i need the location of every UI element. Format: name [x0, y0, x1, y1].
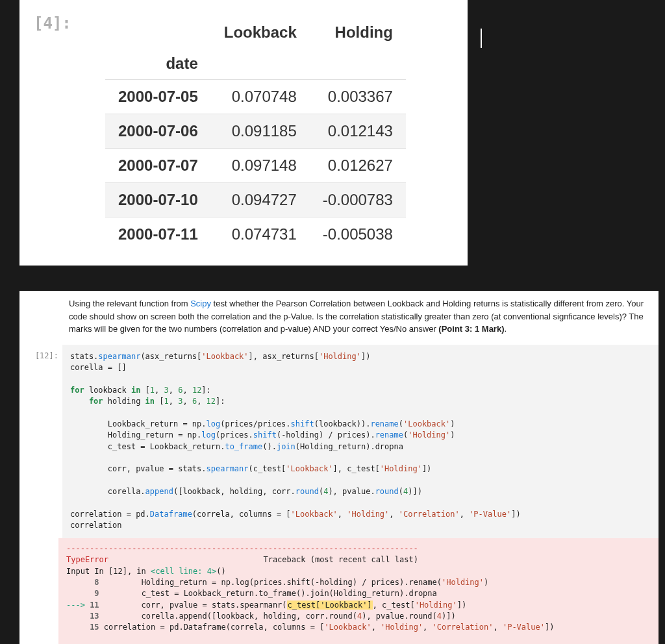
dataframe-table: Lookback Holding date 2000-07-05 0.07074…	[105, 17, 406, 251]
page-root: [4]: Lookback Holding date 2000-07-05 0.…	[0, 0, 665, 644]
cell-holding: 0.012627	[310, 149, 406, 183]
cell-lookback: 0.091185	[211, 114, 310, 149]
scipy-link[interactable]: Scipy	[190, 299, 211, 308]
cell-holding: 0.003367	[310, 80, 406, 114]
traceback-dashes: ----------------------------------------…	[66, 544, 418, 553]
markdown-cell: Using the relevant function from Scipy t…	[19, 291, 659, 345]
cell-holding: -0.005038	[310, 217, 406, 252]
text-cursor	[481, 29, 482, 48]
cell-holding: 0.012143	[310, 114, 406, 149]
md-bold: (Point 3: 1 Mark)	[438, 324, 504, 334]
notebook-body: Using the relevant function from Scipy t…	[19, 291, 659, 644]
code-cell-12: [12]: stats.spearmanr(asx_returns['Lookb…	[19, 345, 659, 538]
exception-name: TypeError	[66, 555, 108, 564]
cell-holding: -0.000783	[310, 183, 406, 217]
md-text: .	[504, 324, 507, 334]
cell-lookback: 0.070748	[211, 80, 310, 114]
col-lookback: Lookback	[211, 17, 310, 48]
col-holding: Holding	[310, 17, 406, 48]
cell-lookback: 0.097148	[211, 149, 310, 183]
table-row: 2000-07-10 0.094727 -0.000783	[105, 183, 406, 217]
row-date: 2000-07-06	[105, 114, 211, 149]
cell-12-prompt: [12]:	[19, 345, 62, 360]
row-date: 2000-07-07	[105, 149, 211, 183]
cell-lookback: 0.094727	[211, 183, 310, 217]
traceback-output: ----------------------------------------…	[58, 538, 659, 644]
table-row: 2000-07-05 0.070748 0.003367	[105, 80, 406, 114]
md-text: Using the relevant function from	[69, 299, 190, 308]
table-row: 2000-07-06 0.091185 0.012143	[105, 114, 406, 149]
cell-lookback: 0.074731	[211, 217, 310, 252]
row-date: 2000-07-10	[105, 183, 211, 217]
traceback-highlight: c_test['Lookback']	[287, 601, 373, 610]
cell-4-output: [4]: Lookback Holding date 2000-07-05 0.…	[19, 0, 468, 266]
row-date: 2000-07-05	[105, 80, 211, 114]
row-date: 2000-07-11	[105, 217, 211, 252]
cell-4-prompt: [4]:	[34, 14, 71, 32]
table-row: 2000-07-07 0.097148 0.012627	[105, 149, 406, 183]
traceback-label: Traceback (most recent call last)	[108, 555, 418, 564]
code-editor[interactable]: stats.spearmanr(asx_returns['Lookback'],…	[62, 345, 659, 538]
index-name: date	[105, 48, 211, 80]
table-row: 2000-07-11 0.074731 -0.005038	[105, 217, 406, 252]
